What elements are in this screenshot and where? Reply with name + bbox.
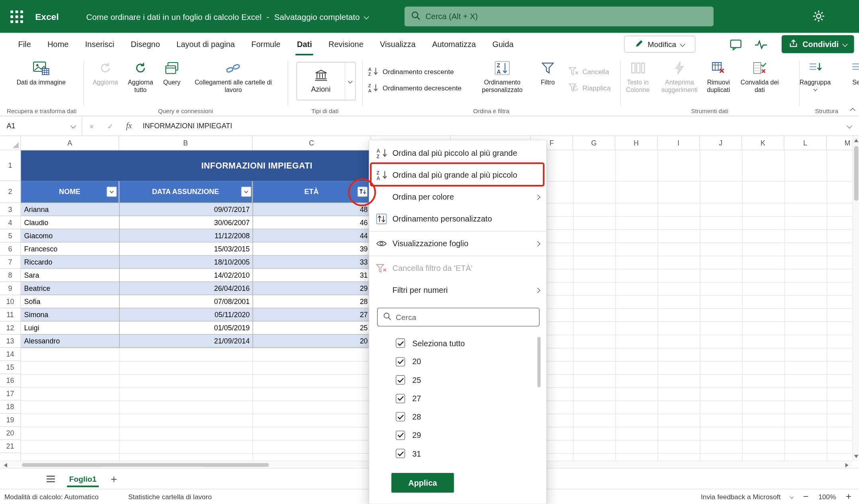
cell-hire-date[interactable]: 07/08/2001 — [119, 295, 253, 308]
menu-item-visualizzazione-foglio[interactable]: Visualizzazione foglio — [370, 233, 546, 255]
app-launcher-waffle-icon[interactable] — [7, 7, 27, 27]
row-header-6[interactable]: 6 — [0, 243, 20, 256]
tab-inserisci[interactable]: Inserisci — [77, 33, 123, 55]
cell-age[interactable]: 33 — [252, 256, 371, 269]
tab-guida[interactable]: Guida — [484, 33, 522, 55]
share-button[interactable]: Condividi — [782, 35, 854, 53]
tab-disegno[interactable]: Disegno — [122, 33, 168, 55]
column-header-k[interactable]: K — [742, 136, 784, 149]
ribbon-button-ordinamento-decrescente[interactable]: ZA Ordinamento decrescente — [368, 81, 462, 96]
column-header-l[interactable]: L — [784, 136, 827, 149]
row-header-10[interactable]: 10 — [0, 295, 20, 308]
column-header-h[interactable]: H — [615, 136, 658, 149]
ribbon-button-ordinamento-crescente[interactable]: AZ Ordinamento crescente — [368, 65, 454, 79]
ribbon-button-query[interactable]: Query — [158, 59, 186, 86]
activity-button[interactable] — [751, 37, 771, 52]
tab-file[interactable]: File — [10, 33, 39, 55]
row-header-14[interactable]: 14 — [0, 348, 20, 361]
cell-name[interactable]: Sara — [21, 269, 119, 282]
feedback-chevron-icon[interactable] — [790, 495, 794, 499]
row-header-12[interactable]: 12 — [0, 322, 20, 335]
confirm-entry-icon[interactable]: ✓ — [101, 122, 120, 130]
filter-button-data-assunzione[interactable] — [241, 186, 252, 197]
menu-item-ordina-dal-pi-grande-al-pi-piccolo[interactable]: ZAOrdina dal più grande al più piccolo — [370, 164, 546, 186]
scroll-up-icon[interactable] — [854, 139, 859, 142]
cell-name[interactable]: Luigi — [21, 322, 119, 334]
tab-dati[interactable]: Dati — [289, 33, 320, 55]
scroll-right-icon[interactable] — [845, 463, 849, 467]
filter-checkbox-31[interactable]: 31 — [370, 444, 546, 463]
name-box[interactable]: A1 — [0, 116, 83, 135]
select-all-corner[interactable] — [0, 136, 21, 150]
row-header-21[interactable]: 21 — [0, 440, 20, 453]
cell-name[interactable]: Claudio — [21, 216, 119, 229]
row-header-5[interactable]: 5 — [0, 229, 20, 243]
cell-name[interactable]: Simona — [21, 308, 119, 321]
menu-item-filtri-per-numeri[interactable]: Filtri per numeri — [370, 279, 546, 301]
row-header-11[interactable]: 11 — [0, 308, 20, 322]
filter-search-input[interactable] — [396, 313, 534, 322]
cell-age[interactable]: 28 — [252, 295, 371, 308]
feedback-link[interactable]: Invia feedback a Microsoft — [701, 493, 780, 500]
row-header-17[interactable]: 17 — [0, 387, 20, 400]
cell-age[interactable]: 46 — [252, 216, 371, 229]
ribbon-button-aggiorna-tutto[interactable]: Aggiorna tutto — [123, 59, 158, 94]
row-header-19[interactable]: 19 — [0, 414, 20, 427]
menu-item-ordina-dal-pi-piccolo-al-pi-grande[interactable]: AZOrdina dal più piccolo al più grande — [370, 142, 546, 164]
vertical-scrollbar[interactable] — [852, 136, 859, 461]
row-header-15[interactable]: 15 — [0, 361, 20, 374]
cancel-entry-icon[interactable]: × — [83, 122, 101, 130]
cell-age[interactable]: 27 — [252, 308, 371, 321]
apply-filter-button[interactable]: Applica — [391, 473, 454, 493]
workbook-statistics[interactable]: Statistiche cartella di lavoro — [128, 493, 212, 500]
cell-hire-date[interactable]: 15/03/2015 — [119, 243, 253, 255]
tab-layout-di-pagina[interactable]: Layout di pagina — [168, 33, 243, 55]
ribbon-button-rimuovi-duplicati[interactable]: Rimuovi duplicati — [699, 59, 737, 94]
cell-age[interactable]: 39 — [252, 243, 371, 255]
scroll-down-icon[interactable] — [854, 455, 859, 458]
menu-item-ordina-per-colore[interactable]: Ordina per colore — [370, 186, 546, 208]
filter-checkbox-20[interactable]: 20 — [370, 353, 546, 371]
column-header-b[interactable]: B — [119, 136, 253, 149]
zoom-in-button[interactable]: + — [846, 491, 851, 502]
cell-age[interactable]: 31 — [252, 269, 371, 282]
row-header-8[interactable]: 8 — [0, 269, 20, 282]
cell-name[interactable]: Francesco — [21, 243, 119, 255]
column-header-j[interactable]: J — [700, 136, 742, 149]
row-header-7[interactable]: 7 — [0, 256, 20, 269]
table-header-eta[interactable]: ETÀ — [252, 181, 371, 202]
cell-hire-date[interactable]: 09/07/2017 — [119, 203, 253, 216]
cell-name[interactable]: Beatrice — [21, 282, 119, 295]
document-title[interactable]: Come ordinare i dati in un foglio di cal… — [86, 12, 368, 21]
menu-item-ordinamento-personalizzato[interactable]: Ordinamento personalizzato — [370, 208, 546, 230]
filter-button-eta[interactable] — [357, 186, 368, 197]
cell-hire-date[interactable]: 01/05/2019 — [119, 322, 253, 334]
cell-hire-date[interactable]: 21/09/2014 — [119, 335, 253, 347]
row-header-13[interactable]: 13 — [0, 335, 20, 348]
cell-name[interactable]: Riccardo — [21, 256, 119, 269]
cell-age[interactable]: 48 — [252, 203, 371, 216]
ribbon-button-raggruppa[interactable]: Raggruppa — [794, 59, 836, 91]
tab-revisione[interactable]: Revisione — [320, 33, 372, 55]
row-header-16[interactable]: 16 — [0, 374, 20, 387]
filter-search-box[interactable] — [377, 308, 540, 326]
table-header-nome[interactable]: NOME — [21, 181, 119, 202]
insert-function-icon[interactable]: fx — [120, 121, 138, 130]
vertical-scroll-thumb[interactable] — [854, 146, 859, 201]
cell-name[interactable]: Giacomo — [21, 229, 119, 242]
scroll-left-icon[interactable] — [4, 463, 7, 467]
table-header-data-assunzione[interactable]: DATA ASSUNZIONE — [119, 181, 253, 202]
row-header-2[interactable]: 2 — [0, 181, 20, 203]
filter-checkbox-seleziona-tutto[interactable]: Seleziona tutto — [370, 334, 546, 353]
sheet-list-icon[interactable] — [47, 475, 55, 482]
filter-checkbox-29[interactable]: 29 — [370, 426, 546, 444]
row-header-9[interactable]: 9 — [0, 282, 20, 295]
tab-home[interactable]: Home — [39, 33, 77, 55]
tab-automatizza[interactable]: Automatizza — [424, 33, 484, 55]
cell-hire-date[interactable]: 14/02/2010 — [119, 269, 253, 282]
sheet-tab-foglio1[interactable]: Foglio1 — [67, 469, 99, 489]
row-header-1[interactable]: 1 — [0, 150, 20, 181]
column-header-a[interactable]: A — [21, 136, 119, 149]
ribbon-button-ordinamento-personalizzato[interactable]: ZA Ordinamento personalizzato — [472, 59, 532, 94]
settings-gear-icon[interactable] — [812, 10, 825, 25]
